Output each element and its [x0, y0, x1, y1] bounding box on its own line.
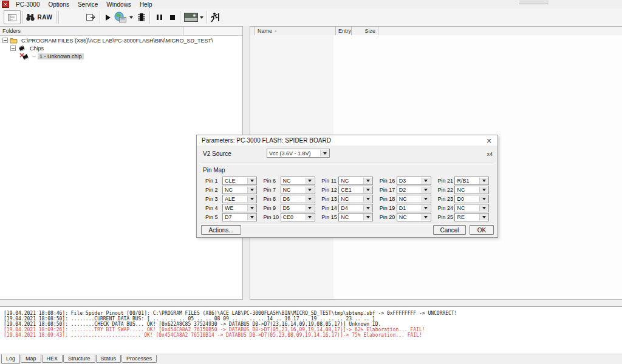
pin-label: Pin 12 [321, 187, 338, 193]
raw-mode-button[interactable]: RAW [36, 8, 53, 26]
v2-source-select[interactable]: Vcc (3.6V - 1.8V) [267, 149, 330, 158]
chevron-down-icon [247, 205, 256, 211]
pin-21-select[interactable]: R/B1 [454, 177, 489, 185]
close-icon[interactable]: ✕ [485, 136, 493, 145]
collapse-toggle[interactable] [10, 46, 16, 51]
pin-23-select[interactable]: D0 [454, 195, 489, 203]
pin-row-21: Pin 21R/B1 [437, 176, 492, 185]
collapse-toggle[interactable] [2, 38, 8, 43]
pin-18-select[interactable]: NC [397, 195, 431, 203]
actions-button[interactable]: Actions... [201, 225, 241, 235]
pause-button[interactable] [154, 8, 164, 26]
report-icon [7, 13, 17, 22]
chevron-down-icon [306, 196, 314, 202]
report-button[interactable] [4, 10, 21, 24]
tree-item-chip-1[interactable]: 1 - Unknown chip [0, 52, 242, 60]
window-artifact [519, 0, 549, 4]
search-button[interactable] [25, 8, 36, 26]
pin-label: Pin 25 [437, 214, 454, 220]
pin-label: Pin 24 [437, 205, 454, 211]
pin-row-9: Pin 9D5 [264, 203, 318, 212]
tree-item-chips[interactable]: Chips [0, 44, 242, 52]
stop-button[interactable] [168, 8, 177, 26]
pin-value: CLE [225, 178, 236, 184]
chevron-down-icon [247, 178, 256, 184]
menu-item-service[interactable]: Service [73, 0, 102, 8]
pin-25-select[interactable]: RE [454, 213, 489, 221]
chevron-down-icon [363, 187, 372, 193]
toolbar-separator [58, 11, 60, 24]
pin-7-select[interactable]: NC [281, 186, 315, 194]
cancel-button[interactable]: Cancel [433, 225, 466, 235]
pin-label: Pin 19 [380, 205, 397, 211]
menu-item-options[interactable]: Options [44, 0, 73, 8]
binoculars-icon [26, 13, 35, 21]
tab-map[interactable]: Map [21, 355, 41, 363]
pin-map-grid: Pin 1CLEPin 2NCPin 3ALEPin 4WEPin 5D7Pin… [205, 176, 492, 221]
pin-3-select[interactable]: ALE [222, 195, 257, 203]
chevron-down-icon [422, 214, 430, 220]
process-button[interactable] [209, 8, 220, 26]
pin-5-select[interactable]: D7 [222, 213, 257, 221]
pin-label: Pin 1 [205, 178, 222, 184]
chip-button[interactable] [136, 8, 147, 26]
menu-item-pc-3000[interactable]: PC-3000 [12, 0, 44, 8]
read-chip-button[interactable] [113, 8, 128, 26]
file-table-header: Name ▵ Entry Size [250, 27, 622, 36]
pin-17-select[interactable]: D2 [397, 186, 431, 194]
pin-label: Pin 14 [321, 205, 338, 211]
column-header-name[interactable]: Name ▵ [255, 27, 336, 35]
start-button[interactable] [104, 8, 112, 26]
view-mode-menu-button[interactable] [199, 8, 205, 26]
pin-14-select[interactable]: D4 [338, 204, 373, 212]
folders-tree: C:\PROGRAM FILES (X86)\ACE LAB\PC-3000FL… [0, 36, 242, 60]
pin-row-4: Pin 4WE [205, 203, 260, 212]
pin-12-select[interactable]: CE1 [338, 186, 373, 194]
pin-19-select[interactable]: D1 [397, 204, 431, 212]
ok-button[interactable]: OK [470, 225, 494, 235]
pin-10-select[interactable]: CE0 [281, 213, 315, 221]
chevron-down-icon [306, 187, 314, 193]
pin-row-15: Pin 15NC [321, 212, 376, 221]
tree-item-label: Chips [28, 46, 46, 52]
pin-row-3: Pin 3ALE [205, 194, 260, 203]
pin-9-select[interactable]: D5 [281, 204, 315, 212]
tab-hex[interactable]: HEX [42, 355, 63, 363]
pin-4-select[interactable]: WE [222, 204, 257, 212]
read-chip-menu-button[interactable] [128, 8, 134, 26]
pin-value: D6 [283, 196, 290, 202]
pin-22-select[interactable]: NC [454, 186, 489, 194]
pin-16-select[interactable]: D3 [397, 177, 431, 185]
pin-value: RE [457, 214, 465, 220]
menu-item-help[interactable]: Help [135, 0, 157, 8]
tab-log[interactable]: Log [1, 354, 20, 364]
tree-item-root[interactable]: C:\PROGRAM FILES (X86)\ACE LAB\PC-3000FL… [0, 36, 242, 44]
column-header-entry[interactable]: Entry [336, 27, 352, 35]
pin-label: Pin 15 [321, 214, 338, 220]
pin-row-16: Pin 16D3 [380, 176, 434, 185]
pin-6-select[interactable]: NC [281, 177, 315, 185]
pin-label: Pin 17 [380, 187, 397, 193]
tab-processes[interactable]: Processes [121, 355, 157, 363]
tab-structure[interactable]: Structure [63, 355, 95, 363]
pin-20-select[interactable]: NC [397, 213, 431, 221]
pin-value: D0 [457, 196, 464, 202]
tab-status[interactable]: Status [96, 355, 121, 363]
menu-item-windows[interactable]: Windows [102, 0, 135, 8]
pin-1-select[interactable]: CLE [222, 177, 257, 185]
pin-value: NC [399, 214, 407, 220]
pin-13-select[interactable]: NC [338, 195, 373, 203]
pin-8-select[interactable]: D6 [281, 195, 315, 203]
folders-column-header[interactable]: Folders [0, 27, 242, 36]
pin-11-select[interactable]: NC [338, 177, 373, 185]
view-mode-button[interactable] [183, 8, 199, 26]
pin-label: Pin 16 [380, 178, 397, 184]
pin-24-select[interactable]: NC [454, 204, 489, 212]
export-button[interactable] [84, 8, 97, 26]
chevron-down-icon [306, 205, 314, 211]
column-header-size[interactable]: Size [352, 27, 378, 35]
pin-label: Pin 18 [380, 196, 397, 202]
pin-2-select[interactable]: NC [222, 186, 257, 194]
pin-15-select[interactable]: NC [338, 213, 373, 221]
chevron-down-icon [363, 178, 372, 184]
